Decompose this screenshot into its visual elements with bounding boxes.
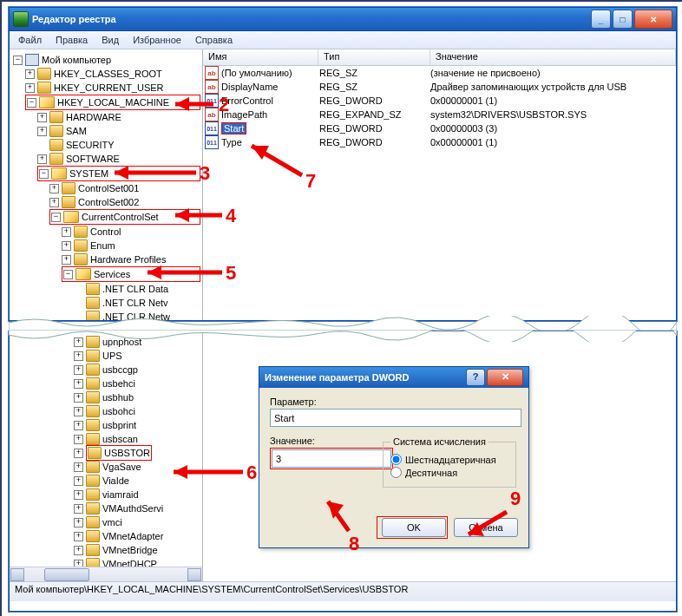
cancel-button[interactable]: Отмена	[454, 518, 518, 537]
expand-icon[interactable]: +	[62, 227, 71, 237]
tree-root[interactable]: Мой компьютер	[42, 53, 111, 67]
scroll-thumb[interactable]	[44, 568, 89, 581]
tree-hkcu[interactable]: HKEY_CURRENT_USER	[54, 81, 164, 95]
tree-sam[interactable]: SAM	[66, 124, 87, 138]
string-value-icon: ab	[205, 108, 219, 121]
tree-item[interactable]: VMAuthdServi	[102, 501, 163, 515]
tree-svc1[interactable]: .NET CLR Netv	[102, 296, 168, 310]
expand-icon[interactable]: +	[74, 504, 83, 514]
tree-services[interactable]: Services	[94, 267, 130, 281]
tree-item[interactable]: vmci	[102, 515, 122, 529]
tree-item[interactable]: UPS	[102, 349, 122, 363]
value-field[interactable]	[272, 449, 391, 468]
close-button[interactable]: ✕	[634, 10, 672, 29]
tree-item[interactable]: usbohci	[102, 404, 135, 418]
list-row[interactable]: 011StartREG_DWORD0x00000003 (3)	[203, 121, 676, 135]
tree-pane[interactable]: −Мой компьютер +HKEY_CLASSES_ROOT +HKEY_…	[10, 49, 203, 320]
maximize-button[interactable]: □	[613, 10, 633, 29]
tree-pane-lower[interactable]: +upnphost+UPS+usbccgp+usbehci+usbhub+usb…	[10, 331, 203, 581]
col-value[interactable]: Значение	[430, 49, 676, 65]
radio-dec[interactable]	[390, 467, 402, 478]
tree-system[interactable]: SYSTEM	[69, 167, 108, 180]
expand-icon[interactable]: +	[74, 407, 83, 416]
expand-icon[interactable]: +	[74, 379, 83, 389]
tree-item[interactable]: usbscan	[102, 432, 138, 446]
expand-icon[interactable]: +	[74, 435, 83, 444]
menu-edit[interactable]: Правка	[49, 33, 95, 47]
help-button[interactable]: ?	[466, 369, 485, 386]
col-type[interactable]: Тип	[318, 49, 430, 65]
expand-icon[interactable]: +	[62, 255, 71, 265]
dword-edit-dialog[interactable]: Изменение параметра DWORD ? ✕ Параметр: …	[259, 366, 529, 548]
h-scrollbar[interactable]	[10, 567, 202, 581]
list-row[interactable]: abImagePathREG_EXPAND_SZsystem32\DRIVERS…	[203, 108, 676, 121]
tree-cs001[interactable]: ControlSet001	[78, 181, 139, 195]
tree-item[interactable]: usbprint	[102, 418, 136, 432]
expand-icon[interactable]: −	[51, 213, 61, 222]
expand-icon[interactable]: +	[49, 198, 59, 207]
expand-icon[interactable]: +	[74, 518, 83, 528]
expand-icon[interactable]: +	[74, 393, 83, 403]
tree-enum[interactable]: Enum	[90, 239, 115, 252]
scroll-left-icon[interactable]	[10, 568, 24, 581]
expand-icon[interactable]: +	[74, 532, 83, 541]
list-row[interactable]: 011TypeREG_DWORD0x00000001 (1)	[203, 135, 676, 149]
expand-icon[interactable]: +	[74, 476, 83, 486]
tree-item[interactable]: VMnetAdapter	[102, 529, 163, 543]
expand-icon[interactable]: +	[37, 154, 47, 164]
expand-icon[interactable]: +	[74, 462, 83, 472]
menu-view[interactable]: Вид	[95, 33, 126, 47]
expand-icon[interactable]: −	[39, 169, 49, 179]
expand-icon[interactable]: +	[74, 351, 83, 361]
expand-icon[interactable]: +	[74, 490, 83, 500]
menu-file[interactable]: Файл	[11, 33, 49, 47]
col-name[interactable]: Имя	[203, 49, 318, 65]
value-list-pane[interactable]: Имя Тип Значение ab(По умолчанию)REG_SZ(…	[203, 49, 676, 320]
expand-icon[interactable]: +	[74, 421, 83, 430]
expand-icon[interactable]: +	[49, 184, 59, 193]
tree-security[interactable]: SECURITY	[66, 138, 115, 152]
tree-item[interactable]: VgaSave	[102, 460, 141, 474]
tree-hklm[interactable]: HKEY_LOCAL_MACHINE	[57, 95, 169, 109]
expand-icon[interactable]: +	[74, 449, 83, 458]
tree-svc0[interactable]: .NET CLR Data	[102, 282, 168, 296]
tree-item[interactable]: viamraid	[102, 488, 139, 501]
scroll-right-icon[interactable]	[187, 568, 201, 581]
dialog-titlebar[interactable]: Изменение параметра DWORD ? ✕	[259, 367, 528, 388]
tree-item[interactable]: usbehci	[102, 377, 135, 390]
expand-icon[interactable]: −	[63, 270, 73, 279]
tree-item[interactable]: usbhub	[102, 390, 134, 404]
expand-icon[interactable]: +	[37, 127, 47, 136]
tree-item[interactable]: VMnetBridge	[102, 543, 158, 557]
expand-icon[interactable]: +	[74, 365, 83, 375]
tree-item[interactable]: USBSTOR	[104, 446, 150, 460]
radio-hex[interactable]	[390, 454, 402, 465]
expand-icon[interactable]: −	[27, 98, 36, 108]
menu-fav[interactable]: Избранное	[126, 33, 188, 47]
list-header[interactable]: Имя Тип Значение	[203, 49, 676, 66]
tree-hardware[interactable]: HARDWARE	[66, 110, 121, 124]
expand-icon[interactable]: −	[13, 56, 23, 65]
list-row[interactable]: ab(По умолчанию)REG_SZ(значение не присв…	[203, 66, 676, 80]
tree-hwprof[interactable]: Hardware Profiles	[90, 252, 166, 266]
ok-button[interactable]: OK	[382, 518, 446, 537]
expand-icon[interactable]: +	[62, 241, 71, 251]
expand-icon[interactable]: +	[25, 69, 35, 79]
expand-icon[interactable]: +	[25, 83, 35, 93]
list-row[interactable]: 011ErrorControlREG_DWORD0x00000001 (1)	[203, 94, 676, 108]
tree-control[interactable]: Control	[90, 225, 121, 239]
dialog-close-button[interactable]: ✕	[487, 369, 523, 386]
tree-item[interactable]: ViaIde	[102, 474, 129, 488]
minimize-button[interactable]: _	[591, 10, 611, 29]
titlebar[interactable]: Редактор реестра _ □ ✕	[10, 8, 676, 31]
menu-help[interactable]: Справка	[188, 33, 239, 47]
tree-software[interactable]: SOFTWARE	[66, 152, 120, 166]
expand-icon[interactable]: +	[37, 113, 47, 122]
param-field[interactable]	[270, 409, 521, 427]
tree-cs002[interactable]: ControlSet002	[78, 195, 139, 209]
tree-item[interactable]: usbccgp	[102, 363, 138, 377]
expand-icon[interactable]: +	[74, 546, 83, 555]
tree-ccs[interactable]: CurrentControlSet	[82, 210, 159, 224]
tree-hkcr[interactable]: HKEY_CLASSES_ROOT	[54, 67, 162, 81]
list-row[interactable]: abDisplayNameREG_SZДрайвер запоминающих …	[203, 80, 676, 94]
